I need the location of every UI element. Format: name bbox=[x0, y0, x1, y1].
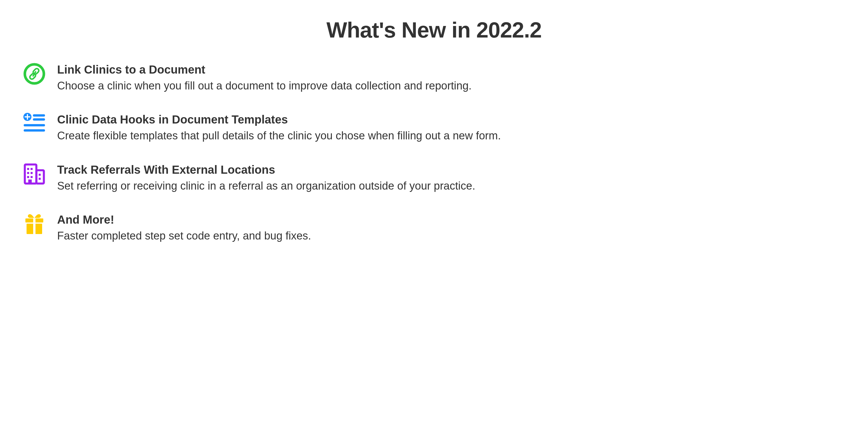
gift-icon bbox=[23, 213, 45, 235]
feature-title: Track Referrals With External Locations bbox=[57, 163, 845, 177]
svg-rect-16 bbox=[31, 176, 33, 178]
feature-title: And More! bbox=[57, 213, 845, 226]
svg-rect-15 bbox=[27, 176, 29, 178]
feature-description: Choose a clinic when you fill out a docu… bbox=[57, 79, 845, 93]
svg-rect-23 bbox=[25, 222, 43, 224]
feature-description: Faster completed step set code entry, an… bbox=[57, 229, 845, 243]
features-list: Link Clinics to a Document Choose a clin… bbox=[23, 63, 845, 243]
feature-track-referrals: Track Referrals With External Locations … bbox=[23, 163, 845, 193]
feature-text: And More! Faster completed step set code… bbox=[57, 213, 845, 243]
svg-rect-14 bbox=[31, 172, 33, 174]
feature-data-hooks: Clinic Data Hooks in Document Templates … bbox=[23, 113, 845, 143]
svg-rect-13 bbox=[27, 172, 29, 174]
feature-text: Track Referrals With External Locations … bbox=[57, 163, 845, 193]
svg-rect-10 bbox=[36, 170, 44, 184]
list-plus-icon bbox=[23, 113, 45, 135]
svg-rect-22 bbox=[33, 218, 35, 234]
feature-and-more: And More! Faster completed step set code… bbox=[23, 213, 845, 243]
svg-rect-12 bbox=[31, 168, 33, 170]
svg-rect-17 bbox=[28, 180, 32, 184]
feature-text: Clinic Data Hooks in Document Templates … bbox=[57, 113, 845, 143]
link-icon bbox=[23, 63, 45, 85]
feature-text: Link Clinics to a Document Choose a clin… bbox=[57, 63, 845, 93]
building-icon bbox=[23, 163, 45, 185]
svg-rect-19 bbox=[39, 178, 41, 180]
page-title: What's New in 2022.2 bbox=[23, 17, 845, 42]
feature-title: Clinic Data Hooks in Document Templates bbox=[57, 113, 845, 126]
svg-rect-11 bbox=[27, 168, 29, 170]
feature-link-clinics: Link Clinics to a Document Choose a clin… bbox=[23, 63, 845, 93]
svg-rect-18 bbox=[39, 174, 41, 176]
feature-description: Set referring or receiving clinic in a r… bbox=[57, 179, 845, 193]
feature-description: Create flexible templates that pull deta… bbox=[57, 129, 845, 143]
feature-title: Link Clinics to a Document bbox=[57, 63, 845, 76]
